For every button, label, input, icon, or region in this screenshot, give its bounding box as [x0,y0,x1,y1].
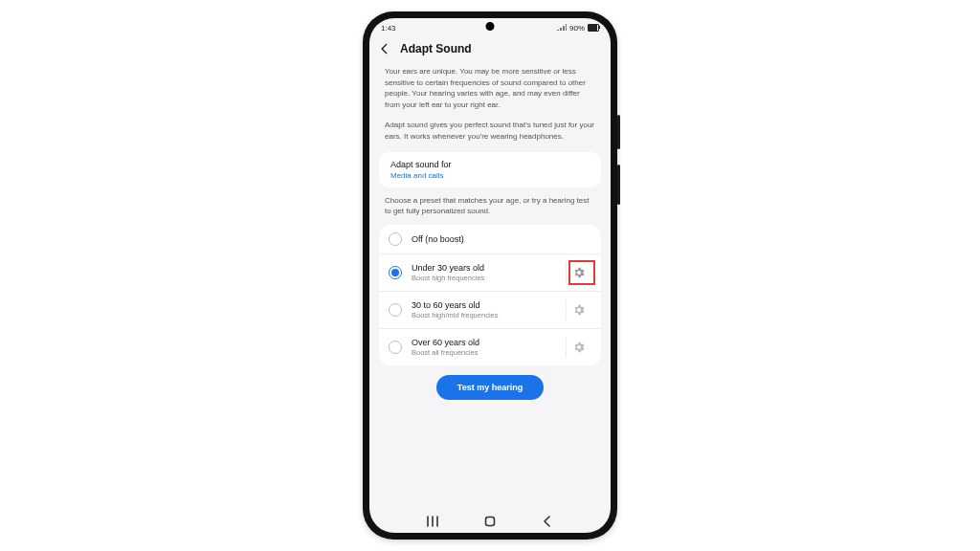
screen: 1:43 90% Adapt Sound Your ears are uniqu… [369,18,611,533]
gear-icon [572,341,586,354]
preset-option-under-30[interactable]: Under 30 years old Boost high frequencie… [379,253,601,291]
adapt-for-card[interactable]: Adapt sound for Media and calls [379,152,601,187]
preset-settings-button[interactable] [566,337,591,358]
preset-option-over-60[interactable]: Over 60 years old Boost all frequencies [379,328,601,365]
back-icon [542,516,553,527]
nav-back[interactable] [541,515,554,528]
preset-label: Under 30 years old [412,263,552,273]
recents-icon [426,516,439,527]
preset-label: Off (no boost) [412,234,591,244]
intro-paragraph-1: Your ears are unique. You may be more se… [385,66,595,110]
home-icon [483,515,497,528]
preset-sub: Boost high frequencies [412,274,552,282]
radio-icon [389,266,402,279]
power-button [617,115,620,149]
android-nav-bar [369,510,611,533]
preset-sub: Boost all frequencies [412,348,552,357]
stage: 1:43 90% Adapt Sound Your ears are uniqu… [0,0,980,551]
preset-option-off[interactable]: Off (no boost) [379,225,601,253]
status-right: 90% [557,23,599,33]
preset-hint: Choose a preset that matches your age, o… [385,195,595,217]
battery-pct: 90% [569,24,585,33]
volume-button [617,165,620,205]
adapt-for-label: Adapt sound for [390,160,590,169]
preset-list: Off (no boost) Under 30 years old Boost … [379,225,601,365]
signal-icon [557,23,567,33]
radio-icon [389,341,402,354]
preset-label: 30 to 60 years old [412,300,552,310]
preset-settings-button[interactable] [566,299,591,320]
page-title: Adapt Sound [400,42,472,55]
intro-paragraph-2: Adapt sound gives you perfect sound that… [385,120,595,142]
preset-settings-button[interactable] [566,262,591,283]
status-time: 1:43 [381,24,396,33]
content: Your ears are unique. You may be more se… [369,62,611,510]
gear-icon [572,266,586,279]
adapt-for-value: Media and calls [390,171,590,180]
phone-frame: 1:43 90% Adapt Sound Your ears are uniqu… [363,11,617,540]
preset-label: Over 60 years old [412,338,552,347]
radio-icon [389,303,402,317]
svg-rect-0 [486,518,495,526]
chevron-left-icon [378,42,391,55]
gear-icon [572,303,586,317]
back-button[interactable] [377,41,392,56]
radio-icon [389,232,402,246]
preset-sub: Boost high/mid frequencies [412,311,552,320]
nav-recents[interactable] [426,515,439,528]
preset-option-30-60[interactable]: 30 to 60 years old Boost high/mid freque… [379,291,601,328]
title-bar: Adapt Sound [369,37,611,62]
test-hearing-button[interactable]: Test my hearing [436,375,544,400]
cta-area: Test my hearing [379,365,601,406]
battery-icon [588,24,599,32]
front-camera [486,22,495,31]
nav-home[interactable] [483,515,497,528]
